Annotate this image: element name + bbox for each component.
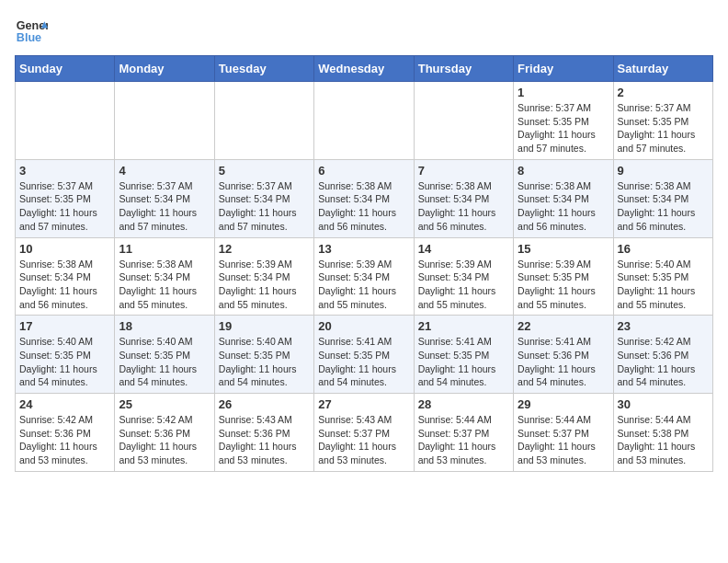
day-number: 29 [518, 397, 609, 411]
day-info: Sunrise: 5:43 AM Sunset: 5:37 PM Dayligh… [318, 413, 409, 467]
calendar-cell: 20Sunrise: 5:41 AM Sunset: 5:35 PM Dayli… [314, 316, 414, 394]
calendar-cell: 8Sunrise: 5:38 AM Sunset: 5:34 PM Daylig… [514, 159, 613, 237]
day-info: Sunrise: 5:38 AM Sunset: 5:34 PM Dayligh… [418, 179, 509, 234]
day-info: Sunrise: 5:40 AM Sunset: 5:35 PM Dayligh… [618, 258, 709, 312]
calendar-cell [115, 82, 214, 160]
calendar-cell: 30Sunrise: 5:44 AM Sunset: 5:38 PM Dayli… [613, 394, 712, 472]
calendar-cell: 5Sunrise: 5:37 AM Sunset: 5:34 PM Daylig… [214, 159, 313, 237]
day-info: Sunrise: 5:39 AM Sunset: 5:34 PM Dayligh… [318, 258, 409, 312]
calendar-cell: 25Sunrise: 5:42 AM Sunset: 5:36 PM Dayli… [115, 394, 214, 472]
day-number: 15 [518, 242, 609, 256]
calendar-cell [214, 82, 313, 160]
day-number: 19 [219, 319, 310, 333]
calendar-cell: 23Sunrise: 5:42 AM Sunset: 5:36 PM Dayli… [613, 316, 712, 394]
calendar-cell: 13Sunrise: 5:39 AM Sunset: 5:34 PM Dayli… [314, 237, 414, 316]
day-info: Sunrise: 5:40 AM Sunset: 5:35 PM Dayligh… [19, 335, 110, 389]
day-number: 26 [219, 397, 310, 411]
day-info: Sunrise: 5:41 AM Sunset: 5:35 PM Dayligh… [418, 335, 509, 389]
day-number: 16 [618, 242, 709, 256]
day-info: Sunrise: 5:39 AM Sunset: 5:35 PM Dayligh… [518, 258, 609, 312]
day-number: 21 [418, 319, 509, 333]
day-info: Sunrise: 5:44 AM Sunset: 5:37 PM Dayligh… [518, 413, 609, 467]
logo-icon: General Blue [15, 15, 48, 48]
calendar-cell: 18Sunrise: 5:40 AM Sunset: 5:35 PM Dayli… [115, 316, 214, 394]
day-info: Sunrise: 5:40 AM Sunset: 5:35 PM Dayligh… [119, 335, 210, 389]
calendar-cell: 28Sunrise: 5:44 AM Sunset: 5:37 PM Dayli… [414, 394, 513, 472]
day-info: Sunrise: 5:38 AM Sunset: 5:34 PM Dayligh… [618, 179, 709, 234]
calendar-cell [414, 82, 513, 160]
calendar-cell: 29Sunrise: 5:44 AM Sunset: 5:37 PM Dayli… [514, 394, 613, 472]
day-info: Sunrise: 5:44 AM Sunset: 5:37 PM Dayligh… [418, 413, 509, 467]
calendar-week-0: 1Sunrise: 5:37 AM Sunset: 5:35 PM Daylig… [16, 82, 713, 160]
day-info: Sunrise: 5:42 AM Sunset: 5:36 PM Dayligh… [19, 413, 110, 467]
calendar-cell: 26Sunrise: 5:43 AM Sunset: 5:36 PM Dayli… [214, 394, 313, 472]
calendar-header-row: SundayMondayTuesdayWednesdayThursdayFrid… [16, 56, 713, 82]
day-number: 9 [618, 164, 709, 178]
day-info: Sunrise: 5:44 AM Sunset: 5:38 PM Dayligh… [618, 413, 709, 467]
day-header-thursday: Thursday [414, 56, 513, 82]
day-number: 13 [318, 242, 409, 256]
day-number: 24 [19, 397, 110, 411]
day-number: 5 [219, 164, 310, 178]
page-header: General Blue [15, 15, 713, 48]
day-number: 1 [518, 86, 609, 99]
calendar-cell: 17Sunrise: 5:40 AM Sunset: 5:35 PM Dayli… [16, 316, 115, 394]
day-info: Sunrise: 5:37 AM Sunset: 5:35 PM Dayligh… [618, 101, 709, 155]
day-number: 23 [618, 319, 709, 333]
day-number: 30 [618, 397, 709, 411]
calendar-cell: 6Sunrise: 5:38 AM Sunset: 5:34 PM Daylig… [314, 159, 414, 237]
calendar-cell [16, 82, 115, 160]
day-header-monday: Monday [115, 56, 214, 82]
day-info: Sunrise: 5:37 AM Sunset: 5:34 PM Dayligh… [119, 179, 210, 234]
calendar-cell: 1Sunrise: 5:37 AM Sunset: 5:35 PM Daylig… [514, 82, 613, 160]
day-info: Sunrise: 5:38 AM Sunset: 5:34 PM Dayligh… [518, 179, 609, 234]
day-number: 6 [318, 164, 409, 178]
calendar-cell: 14Sunrise: 5:39 AM Sunset: 5:34 PM Dayli… [414, 237, 513, 316]
day-number: 20 [318, 319, 409, 333]
svg-text:Blue: Blue [17, 31, 41, 44]
day-info: Sunrise: 5:37 AM Sunset: 5:35 PM Dayligh… [19, 179, 110, 234]
day-info: Sunrise: 5:42 AM Sunset: 5:36 PM Dayligh… [618, 335, 709, 389]
day-info: Sunrise: 5:37 AM Sunset: 5:35 PM Dayligh… [518, 101, 609, 155]
day-number: 22 [518, 319, 609, 333]
calendar-cell: 7Sunrise: 5:38 AM Sunset: 5:34 PM Daylig… [414, 159, 513, 237]
day-header-friday: Friday [514, 56, 613, 82]
day-info: Sunrise: 5:43 AM Sunset: 5:36 PM Dayligh… [219, 413, 310, 467]
logo: General Blue [15, 15, 48, 48]
day-number: 8 [518, 164, 609, 178]
day-number: 18 [119, 319, 210, 333]
day-info: Sunrise: 5:38 AM Sunset: 5:34 PM Dayligh… [119, 258, 210, 312]
day-info: Sunrise: 5:37 AM Sunset: 5:34 PM Dayligh… [219, 179, 310, 234]
day-info: Sunrise: 5:42 AM Sunset: 5:36 PM Dayligh… [119, 413, 210, 467]
day-number: 28 [418, 397, 509, 411]
day-header-tuesday: Tuesday [214, 56, 313, 82]
day-info: Sunrise: 5:39 AM Sunset: 5:34 PM Dayligh… [219, 258, 310, 312]
day-info: Sunrise: 5:38 AM Sunset: 5:34 PM Dayligh… [19, 258, 110, 312]
calendar-cell: 2Sunrise: 5:37 AM Sunset: 5:35 PM Daylig… [613, 82, 712, 160]
calendar-cell: 21Sunrise: 5:41 AM Sunset: 5:35 PM Dayli… [414, 316, 513, 394]
calendar-cell: 4Sunrise: 5:37 AM Sunset: 5:34 PM Daylig… [115, 159, 214, 237]
calendar-week-4: 24Sunrise: 5:42 AM Sunset: 5:36 PM Dayli… [16, 394, 713, 472]
calendar-cell: 27Sunrise: 5:43 AM Sunset: 5:37 PM Dayli… [314, 394, 414, 472]
calendar-cell: 19Sunrise: 5:40 AM Sunset: 5:35 PM Dayli… [214, 316, 313, 394]
day-header-saturday: Saturday [613, 56, 712, 82]
day-number: 25 [119, 397, 210, 411]
calendar-cell: 22Sunrise: 5:41 AM Sunset: 5:36 PM Dayli… [514, 316, 613, 394]
day-number: 4 [119, 164, 210, 178]
day-info: Sunrise: 5:40 AM Sunset: 5:35 PM Dayligh… [219, 335, 310, 389]
calendar-week-3: 17Sunrise: 5:40 AM Sunset: 5:35 PM Dayli… [16, 316, 713, 394]
day-header-sunday: Sunday [16, 56, 115, 82]
day-number: 27 [318, 397, 409, 411]
day-number: 10 [19, 242, 110, 256]
day-number: 14 [418, 242, 509, 256]
calendar-cell: 10Sunrise: 5:38 AM Sunset: 5:34 PM Dayli… [16, 237, 115, 316]
day-number: 3 [19, 164, 110, 178]
calendar-cell: 15Sunrise: 5:39 AM Sunset: 5:35 PM Dayli… [514, 237, 613, 316]
calendar-cell: 3Sunrise: 5:37 AM Sunset: 5:35 PM Daylig… [16, 159, 115, 237]
calendar-cell: 16Sunrise: 5:40 AM Sunset: 5:35 PM Dayli… [613, 237, 712, 316]
day-number: 11 [119, 242, 210, 256]
calendar-cell: 11Sunrise: 5:38 AM Sunset: 5:34 PM Dayli… [115, 237, 214, 316]
calendar-week-2: 10Sunrise: 5:38 AM Sunset: 5:34 PM Dayli… [16, 237, 713, 316]
day-info: Sunrise: 5:41 AM Sunset: 5:35 PM Dayligh… [318, 335, 409, 389]
day-number: 7 [418, 164, 509, 178]
